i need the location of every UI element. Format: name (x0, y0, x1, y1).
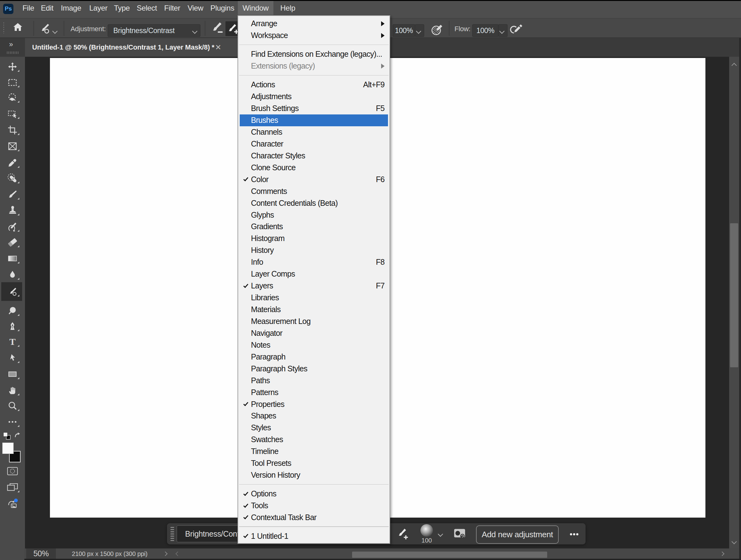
svg-text:T: T (9, 337, 16, 347)
